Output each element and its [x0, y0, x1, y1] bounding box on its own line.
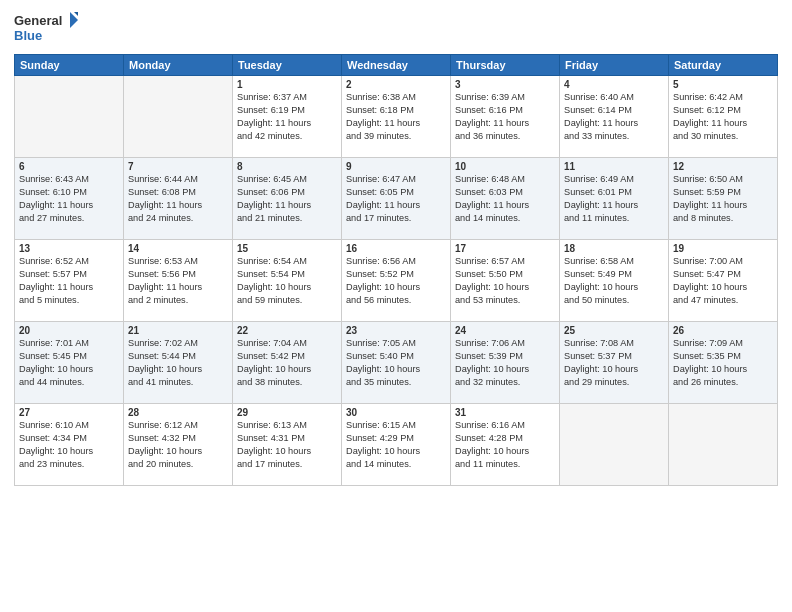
cell-line: Daylight: 10 hours — [19, 363, 119, 376]
cell-line: Sunrise: 7:00 AM — [673, 255, 773, 268]
cell-line: Sunrise: 6:57 AM — [455, 255, 555, 268]
day-number: 8 — [237, 161, 337, 172]
cell-line: and 14 minutes. — [346, 458, 446, 471]
cell-line: and 39 minutes. — [346, 130, 446, 143]
cell-line: Sunrise: 6:45 AM — [237, 173, 337, 186]
calendar-cell — [15, 76, 124, 158]
cell-line: Sunrise: 6:47 AM — [346, 173, 446, 186]
cell-line: Daylight: 11 hours — [128, 199, 228, 212]
cell-line: Daylight: 10 hours — [455, 363, 555, 376]
cell-line: Sunset: 5:57 PM — [19, 268, 119, 281]
cell-line: Sunrise: 6:58 AM — [564, 255, 664, 268]
calendar-cell: 11Sunrise: 6:49 AMSunset: 6:01 PMDayligh… — [560, 158, 669, 240]
calendar-cell: 8Sunrise: 6:45 AMSunset: 6:06 PMDaylight… — [233, 158, 342, 240]
cell-line: Sunrise: 6:10 AM — [19, 419, 119, 432]
cell-line: Sunrise: 7:09 AM — [673, 337, 773, 350]
cell-line: Sunrise: 6:12 AM — [128, 419, 228, 432]
cell-line: Daylight: 10 hours — [564, 363, 664, 376]
cell-line: and 21 minutes. — [237, 212, 337, 225]
cell-line: and 42 minutes. — [237, 130, 337, 143]
cell-line: Sunrise: 7:08 AM — [564, 337, 664, 350]
calendar-cell: 2Sunrise: 6:38 AMSunset: 6:18 PMDaylight… — [342, 76, 451, 158]
cell-line: Daylight: 11 hours — [346, 199, 446, 212]
calendar-cell — [124, 76, 233, 158]
cell-line: Daylight: 10 hours — [455, 281, 555, 294]
weekday-header-tuesday: Tuesday — [233, 55, 342, 76]
cell-line: Sunset: 5:37 PM — [564, 350, 664, 363]
day-number: 29 — [237, 407, 337, 418]
cell-line: Daylight: 11 hours — [455, 117, 555, 130]
cell-line: and 17 minutes. — [346, 212, 446, 225]
cell-line: Sunset: 6:01 PM — [564, 186, 664, 199]
cell-line: Sunset: 4:28 PM — [455, 432, 555, 445]
calendar-cell: 3Sunrise: 6:39 AMSunset: 6:16 PMDaylight… — [451, 76, 560, 158]
cell-line: Sunset: 6:03 PM — [455, 186, 555, 199]
calendar-cell: 19Sunrise: 7:00 AMSunset: 5:47 PMDayligh… — [669, 240, 778, 322]
calendar-cell: 13Sunrise: 6:52 AMSunset: 5:57 PMDayligh… — [15, 240, 124, 322]
day-number: 12 — [673, 161, 773, 172]
cell-line: and 53 minutes. — [455, 294, 555, 307]
cell-line: and 41 minutes. — [128, 376, 228, 389]
day-number: 10 — [455, 161, 555, 172]
cell-line: Daylight: 10 hours — [346, 445, 446, 458]
cell-line: Daylight: 10 hours — [346, 363, 446, 376]
day-number: 6 — [19, 161, 119, 172]
cell-line: Daylight: 11 hours — [237, 199, 337, 212]
cell-line: Daylight: 10 hours — [673, 363, 773, 376]
calendar-cell: 12Sunrise: 6:50 AMSunset: 5:59 PMDayligh… — [669, 158, 778, 240]
cell-line: Daylight: 10 hours — [128, 445, 228, 458]
day-number: 16 — [346, 243, 446, 254]
calendar-body: 1Sunrise: 6:37 AMSunset: 6:19 PMDaylight… — [15, 76, 778, 486]
cell-line: Sunrise: 6:54 AM — [237, 255, 337, 268]
cell-line: Sunrise: 6:43 AM — [19, 173, 119, 186]
calendar-cell: 27Sunrise: 6:10 AMSunset: 4:34 PMDayligh… — [15, 404, 124, 486]
calendar-table: SundayMondayTuesdayWednesdayThursdayFrid… — [14, 54, 778, 486]
day-number: 28 — [128, 407, 228, 418]
calendar-cell: 6Sunrise: 6:43 AMSunset: 6:10 PMDaylight… — [15, 158, 124, 240]
day-number: 3 — [455, 79, 555, 90]
cell-line: Sunrise: 6:48 AM — [455, 173, 555, 186]
cell-line: Daylight: 11 hours — [128, 281, 228, 294]
day-number: 21 — [128, 325, 228, 336]
day-number: 1 — [237, 79, 337, 90]
cell-line: Sunrise: 6:52 AM — [19, 255, 119, 268]
calendar-cell — [669, 404, 778, 486]
calendar-cell: 24Sunrise: 7:06 AMSunset: 5:39 PMDayligh… — [451, 322, 560, 404]
cell-line: Daylight: 10 hours — [128, 363, 228, 376]
cell-line: Sunset: 5:40 PM — [346, 350, 446, 363]
weekday-header-wednesday: Wednesday — [342, 55, 451, 76]
day-number: 26 — [673, 325, 773, 336]
cell-line: Sunrise: 6:53 AM — [128, 255, 228, 268]
calendar-week-row: 27Sunrise: 6:10 AMSunset: 4:34 PMDayligh… — [15, 404, 778, 486]
day-number: 19 — [673, 243, 773, 254]
calendar-cell: 16Sunrise: 6:56 AMSunset: 5:52 PMDayligh… — [342, 240, 451, 322]
day-number: 24 — [455, 325, 555, 336]
cell-line: Sunset: 5:56 PM — [128, 268, 228, 281]
cell-line: Daylight: 11 hours — [346, 117, 446, 130]
day-number: 2 — [346, 79, 446, 90]
cell-line: Sunset: 5:54 PM — [237, 268, 337, 281]
cell-line: Daylight: 10 hours — [237, 281, 337, 294]
cell-line: and 56 minutes. — [346, 294, 446, 307]
cell-line: Daylight: 10 hours — [564, 281, 664, 294]
cell-line: Sunrise: 6:56 AM — [346, 255, 446, 268]
calendar-cell: 21Sunrise: 7:02 AMSunset: 5:44 PMDayligh… — [124, 322, 233, 404]
cell-line: and 14 minutes. — [455, 212, 555, 225]
cell-line: and 26 minutes. — [673, 376, 773, 389]
cell-line: Sunrise: 6:50 AM — [673, 173, 773, 186]
svg-text:Blue: Blue — [14, 28, 42, 43]
calendar-week-row: 13Sunrise: 6:52 AMSunset: 5:57 PMDayligh… — [15, 240, 778, 322]
calendar-cell: 17Sunrise: 6:57 AMSunset: 5:50 PMDayligh… — [451, 240, 560, 322]
calendar-week-row: 1Sunrise: 6:37 AMSunset: 6:19 PMDaylight… — [15, 76, 778, 158]
cell-line: and 27 minutes. — [19, 212, 119, 225]
cell-line: Sunset: 6:18 PM — [346, 104, 446, 117]
cell-line: and 33 minutes. — [564, 130, 664, 143]
calendar-week-row: 20Sunrise: 7:01 AMSunset: 5:45 PMDayligh… — [15, 322, 778, 404]
cell-line: Daylight: 11 hours — [673, 117, 773, 130]
svg-marker-3 — [74, 12, 78, 16]
calendar-cell: 29Sunrise: 6:13 AMSunset: 4:31 PMDayligh… — [233, 404, 342, 486]
cell-line: Sunset: 5:47 PM — [673, 268, 773, 281]
header: General Blue — [14, 10, 778, 46]
calendar-cell: 5Sunrise: 6:42 AMSunset: 6:12 PMDaylight… — [669, 76, 778, 158]
cell-line: and 38 minutes. — [237, 376, 337, 389]
